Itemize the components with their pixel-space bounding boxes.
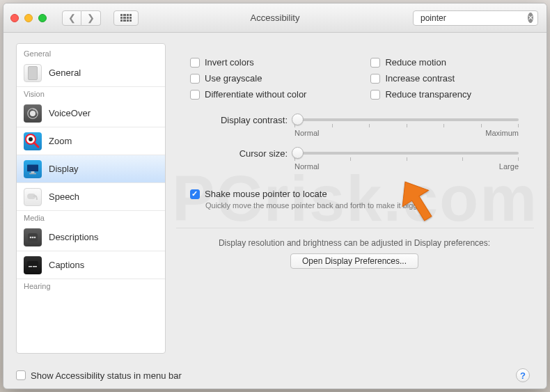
chk-label: Increase contrast	[385, 73, 455, 84]
voiceover-icon	[24, 104, 42, 123]
increase-contrast-checkbox[interactable]: Increase contrast	[370, 73, 471, 84]
search-field[interactable]: ✕	[413, 10, 538, 26]
slider-thumb[interactable]	[292, 113, 304, 125]
svg-point-13	[30, 236, 32, 238]
svg-rect-18	[33, 266, 37, 267]
prefs-window: ❮ ❯ Accessibility ✕ General General Visi…	[3, 3, 547, 389]
chk-label: Use grayscale	[205, 73, 262, 84]
cursor-size-label: Cursor size:	[190, 147, 288, 159]
status-menubar-checkbox[interactable]: Show Accessibility status in menu bar	[16, 370, 182, 381]
traffic-lights	[10, 14, 47, 22]
sidebar-item-label: Zoom	[49, 136, 72, 146]
cursor-min: Normal	[294, 162, 319, 171]
chk-label: Invert colors	[205, 57, 254, 68]
descriptions-icon	[24, 228, 42, 246]
chk-label: Shake mouse pointer to locate	[205, 189, 327, 199]
sidebar-item-zoom[interactable]: Zoom	[17, 127, 165, 155]
svg-point-3	[30, 110, 36, 116]
sidebar-item-label: Display	[49, 164, 79, 174]
svg-point-14	[32, 236, 34, 238]
sidebar-item-voiceover[interactable]: VoiceOver	[17, 100, 165, 127]
shake-hint: Quickly move the mouse pointer back and …	[205, 201, 519, 210]
zoom-button[interactable]	[38, 14, 47, 22]
sidebar-item-label: General	[49, 68, 81, 78]
chk-label: Reduce motion	[385, 57, 446, 68]
svg-rect-17	[29, 266, 32, 267]
chk-label: Reduce transparency	[385, 89, 471, 100]
cursor-max: Large	[499, 162, 519, 171]
sidebar-item-captions[interactable]: Captions	[17, 251, 165, 279]
svg-line-7	[34, 143, 38, 147]
window-title: Accessibility	[251, 13, 300, 23]
resolution-note: Display resolution and brightness can be…	[190, 238, 519, 248]
group-label-hearing: Hearing	[17, 279, 165, 292]
chk-label: Show Accessibility status in menu bar	[31, 370, 182, 381]
back-button[interactable]: ❮	[62, 10, 81, 26]
search-input[interactable]	[421, 13, 525, 23]
captions-icon	[24, 256, 42, 274]
sidebar-item-label: Captions	[49, 260, 84, 270]
group-label-general: General	[17, 47, 165, 59]
sidebar-item-label: VoiceOver	[49, 108, 91, 118]
contrast-slider[interactable]	[294, 118, 519, 121]
close-button[interactable]	[10, 14, 19, 22]
speech-icon	[24, 188, 42, 206]
differentiate-checkbox[interactable]: Differentiate without color	[190, 89, 306, 100]
open-display-prefs-button[interactable]: Open Display Preferences...	[290, 253, 418, 269]
svg-rect-9	[31, 171, 35, 173]
sidebar-item-descriptions[interactable]: Descriptions	[17, 224, 165, 251]
titlebar: ❮ ❯ Accessibility ✕	[3, 3, 547, 33]
sidebar-item-speech[interactable]: Speech	[17, 183, 165, 211]
general-icon	[24, 64, 42, 82]
help-button[interactable]: ?	[516, 368, 530, 382]
bottom-bar: Show Accessibility status in menu bar ?	[3, 362, 547, 389]
slider-thumb[interactable]	[292, 147, 304, 159]
invert-colors-checkbox[interactable]: Invert colors	[190, 57, 306, 68]
nav-buttons: ❮ ❯	[62, 10, 101, 26]
contrast-max: Maximum	[485, 129, 519, 137]
settings-pane: PCrisk.com Invert colors Use grayscale D…	[176, 43, 534, 354]
grid-icon	[120, 14, 132, 22]
reduce-transparency-checkbox[interactable]: Reduce transparency	[370, 89, 471, 100]
chk-label: Differentiate without color	[205, 89, 306, 100]
svg-rect-10	[29, 173, 36, 174]
display-icon	[24, 160, 42, 178]
sidebar-item-label: Speech	[49, 191, 79, 202]
sidebar-item-general[interactable]: General	[17, 59, 165, 87]
sidebar-item-display[interactable]: Display	[17, 155, 165, 183]
forward-button[interactable]: ❯	[81, 10, 101, 26]
svg-point-6	[29, 137, 33, 141]
svg-rect-8	[27, 164, 38, 171]
group-label-media: Media	[17, 211, 165, 224]
shake-pointer-checkbox[interactable]: Shake mouse pointer to locate	[190, 189, 519, 199]
sidebar-item-label: Descriptions	[49, 232, 99, 242]
zoom-icon	[24, 132, 42, 150]
show-all-button[interactable]	[113, 10, 139, 26]
svg-point-15	[34, 236, 36, 238]
contrast-label: Display contrast:	[190, 113, 288, 125]
group-label-vision: Vision	[17, 87, 165, 100]
cursor-size-slider[interactable]	[294, 152, 519, 155]
svg-rect-16	[27, 261, 38, 269]
reduce-motion-checkbox[interactable]: Reduce motion	[370, 57, 471, 68]
clear-search-button[interactable]: ✕	[528, 13, 533, 23]
category-sidebar[interactable]: General General Vision VoiceOver Zoom	[16, 43, 166, 354]
grayscale-checkbox[interactable]: Use grayscale	[190, 73, 306, 84]
contrast-min: Normal	[294, 129, 319, 137]
minimize-button[interactable]	[24, 14, 33, 22]
